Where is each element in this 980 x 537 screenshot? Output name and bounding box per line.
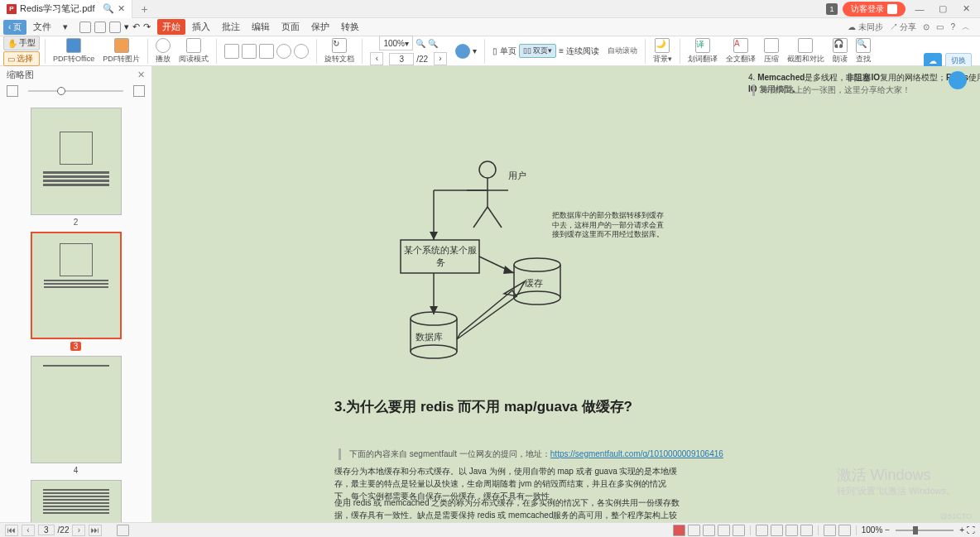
svg-line-3: [473, 207, 488, 228]
last-page-button[interactable]: ⏭: [89, 525, 102, 536]
screenshot-compare-button[interactable]: 截图和对比: [785, 38, 827, 65]
full-translate-button[interactable]: A 全文翻译: [723, 38, 758, 65]
menu-edit[interactable]: 编辑: [247, 19, 275, 35]
qa-dropdown[interactable]: ▾: [124, 22, 129, 33]
floating-tool-button[interactable]: [949, 71, 967, 89]
hand-tool-button[interactable]: ✋ 手型: [3, 36, 40, 50]
view-mode-3-icon[interactable]: [703, 525, 715, 536]
doc-quote-link[interactable]: https://segmentfault.com/q/1010000009106…: [550, 449, 723, 458]
fullscreen-icon[interactable]: ⛶: [967, 525, 975, 535]
layout-1-icon[interactable]: [756, 525, 768, 536]
select-tool-button[interactable]: ▭ 选择: [3, 51, 40, 66]
document-viewport[interactable]: 4. Memcached是多线程，非阻塞IO复用的网络模型；Redis使用单线程…: [152, 66, 980, 522]
more-icon[interactable]: ▭: [936, 22, 944, 31]
menu-protect[interactable]: 保护: [306, 19, 334, 35]
prev-page-status-button[interactable]: ‹: [22, 525, 35, 536]
status-tool-icon[interactable]: [117, 525, 129, 536]
first-page-button[interactable]: ⏮: [5, 525, 18, 536]
share-button[interactable]: ↗ 分享: [890, 22, 917, 33]
eye-protect-icon[interactable]: [455, 44, 470, 59]
settings-dots-icon[interactable]: ⊙: [923, 22, 930, 31]
tab-close-icon[interactable]: ✕: [118, 3, 125, 14]
rotate-doc-button[interactable]: ↻ 旋转文档: [322, 38, 357, 65]
read-mode-button[interactable]: 阅读模式: [176, 38, 211, 65]
print-icon[interactable]: [109, 22, 121, 33]
doc-quote-source: 下面的内容来自 segmentfault 一位网友的提问，地址：https://…: [339, 448, 723, 460]
thumb-tool-2[interactable]: [133, 85, 145, 97]
zoom-in-icon[interactable]: 🔍: [428, 39, 438, 48]
view-ico-5[interactable]: [294, 44, 309, 59]
view-mode-5-icon[interactable]: [733, 525, 745, 536]
undo-icon[interactable]: ↶: [132, 22, 140, 33]
cloud-unsync[interactable]: ☁ 未同步: [848, 22, 883, 33]
zoom-out-button[interactable]: −: [885, 525, 890, 535]
maximize-button[interactable]: ▢: [934, 3, 952, 14]
continuous-read-button[interactable]: ≡ 连续阅读: [559, 46, 599, 57]
minimize-button[interactable]: —: [910, 4, 929, 14]
find-button[interactable]: 🔍 查找: [853, 38, 873, 65]
pdf-to-office-button[interactable]: PDF转Office: [50, 38, 97, 65]
collapse-ribbon-icon[interactable]: ︿: [962, 22, 970, 33]
zoom-out-icon[interactable]: 🔍: [416, 39, 425, 48]
thumb-3-label: 3: [70, 342, 82, 351]
zoom-in-button[interactable]: +: [959, 525, 964, 535]
view-ico-3[interactable]: [259, 44, 274, 59]
eye-protect-chevron[interactable]: ▾: [473, 46, 477, 55]
thumbnail-page-4[interactable]: 4: [31, 356, 122, 475]
fit-2-icon[interactable]: [838, 525, 851, 536]
thumbnail-page-2[interactable]: 2: [31, 108, 122, 227]
close-window-button[interactable]: ✕: [957, 3, 975, 14]
login-button[interactable]: 访客登录: [843, 2, 906, 17]
pdf-to-image-button[interactable]: PDF转图片: [100, 38, 142, 65]
dual-page-button[interactable]: ▯▯ 双页▾: [519, 44, 557, 58]
view-mode-2-icon[interactable]: [688, 525, 700, 536]
open-icon[interactable]: [79, 22, 91, 33]
layout-4-icon[interactable]: [800, 525, 813, 536]
save-icon[interactable]: [94, 22, 106, 33]
single-page-button[interactable]: ▯ 单页: [492, 46, 516, 57]
view-ico-1[interactable]: [224, 44, 239, 59]
layout-3-icon[interactable]: [785, 525, 798, 536]
page-current-input[interactable]: 3: [389, 53, 414, 65]
zoom-slider[interactable]: [896, 530, 954, 531]
view-mode-1-icon[interactable]: [673, 525, 685, 536]
menu-insert[interactable]: 插入: [187, 19, 215, 35]
svg-point-0: [479, 161, 496, 178]
view-ico-4[interactable]: [276, 44, 291, 59]
compress-button[interactable]: 压缩: [761, 38, 781, 65]
thumb-tool-1[interactable]: [7, 85, 18, 97]
fit-1-icon[interactable]: [824, 525, 836, 536]
zoom-level[interactable]: 100% ▾: [379, 36, 413, 50]
menu-file[interactable]: 文件: [28, 19, 56, 35]
menu-annotate[interactable]: 批注: [217, 19, 245, 35]
redo-icon[interactable]: ↷: [143, 22, 151, 33]
read-aloud-button[interactable]: 🎧 朗读: [830, 38, 850, 65]
next-page-status-button[interactable]: ›: [72, 525, 85, 536]
menu-page[interactable]: 页面: [276, 19, 305, 35]
word-translate-button[interactable]: 译 划词翻译: [685, 38, 720, 65]
layout-2-icon[interactable]: [771, 525, 783, 536]
status-page-current[interactable]: 3: [44, 525, 49, 535]
next-page-button[interactable]: ›: [434, 52, 447, 65]
view-mode-4-icon[interactable]: [718, 525, 730, 536]
play-button[interactable]: 播放: [153, 38, 173, 65]
tab-search-icon[interactable]: 🔍: [103, 3, 114, 14]
help-icon[interactable]: ?: [950, 22, 955, 31]
document-tab[interactable]: P Redis学习笔记.pdf 🔍 ✕: [0, 0, 132, 18]
notification-badge[interactable]: 1: [826, 3, 838, 15]
new-tab-button[interactable]: +: [132, 2, 156, 16]
menu-convert[interactable]: 转换: [336, 19, 364, 35]
view-ico-2[interactable]: [242, 44, 257, 59]
auto-scroll-button[interactable]: 自动滚动: [605, 46, 640, 56]
svg-marker-10: [430, 306, 438, 314]
thumbnails-close-icon[interactable]: ✕: [137, 70, 145, 80]
status-zoom-value[interactable]: 100%: [862, 525, 883, 535]
prev-page-button[interactable]: ‹: [370, 52, 383, 65]
thumbnail-page-3[interactable]: 3: [31, 232, 122, 351]
menu-dropdown[interactable]: ▾: [58, 20, 73, 34]
thumbnail-page-5[interactable]: 5: [31, 480, 122, 522]
nav-back[interactable]: ‹ 页: [3, 20, 26, 35]
background-button[interactable]: 🌙 背景▾: [651, 38, 675, 65]
menu-start[interactable]: 开始: [157, 19, 185, 35]
thumb-size-slider[interactable]: [28, 90, 123, 92]
